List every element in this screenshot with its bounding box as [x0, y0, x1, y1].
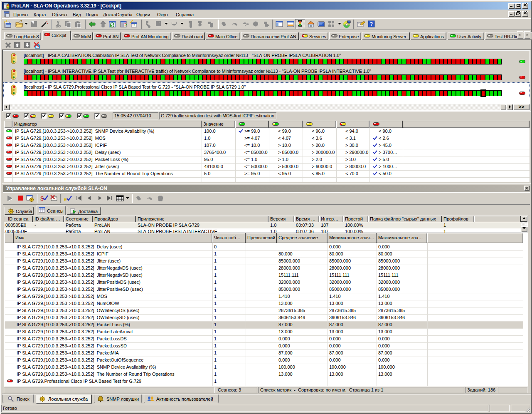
- svg-text:e: e: [64, 196, 67, 202]
- svg-text:?: ?: [370, 21, 373, 27]
